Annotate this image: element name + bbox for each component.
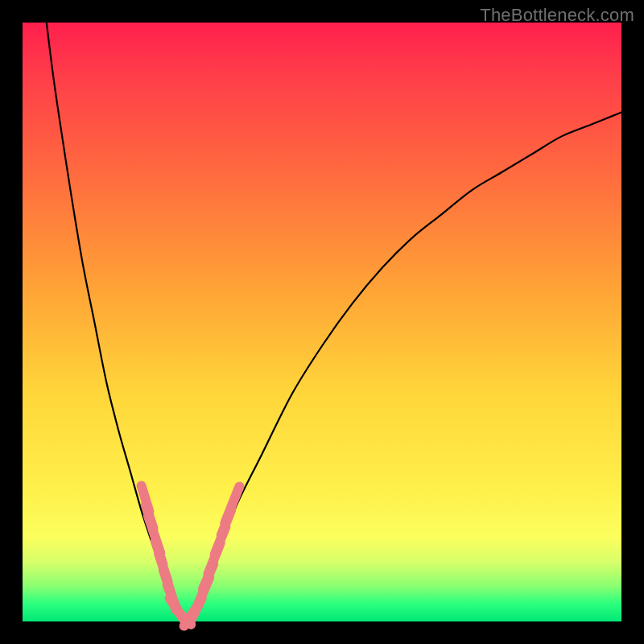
data-marker bbox=[219, 481, 245, 528]
chart-svg bbox=[23, 23, 621, 621]
curve-left-branch bbox=[47, 23, 184, 621]
chart-frame: TheBottleneck.com bbox=[0, 0, 644, 644]
curve-right-branch bbox=[184, 113, 621, 621]
plot-area bbox=[23, 23, 621, 621]
watermark-text: TheBottleneck.com bbox=[480, 5, 634, 26]
marker-group bbox=[136, 481, 246, 633]
